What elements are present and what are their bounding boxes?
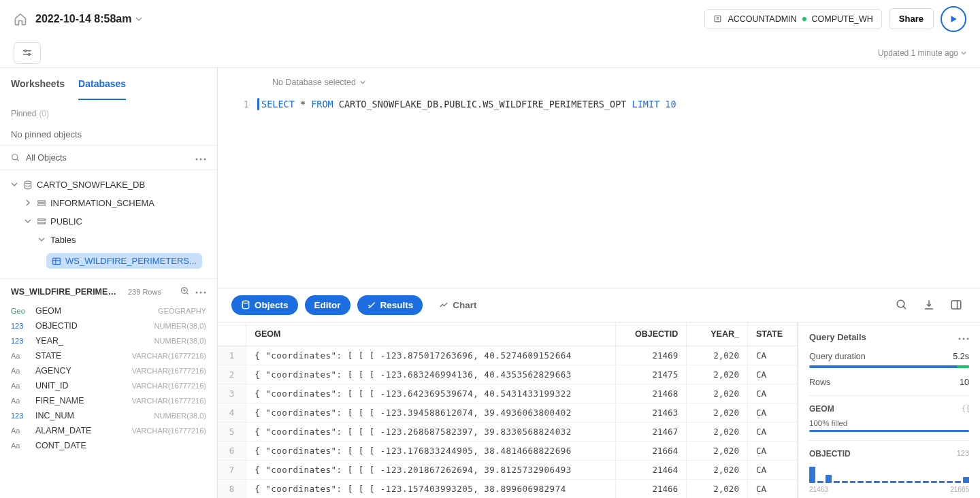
column-type-badge: Geo xyxy=(11,307,29,315)
table-row[interactable]: 3{ "coordinates": [ [ [ -123.64236953967… xyxy=(218,384,798,403)
share-button[interactable]: Share xyxy=(889,8,934,29)
svg-point-12 xyxy=(24,181,31,184)
column-name: FIRE_NAME xyxy=(35,396,125,405)
column-row[interactable]: AaUNIT_IDVARCHAR(16777216) xyxy=(11,378,206,393)
results-table[interactable]: GEOM OBJECTID YEAR_ STATE 1{ "coordinate… xyxy=(218,322,798,499)
svg-rect-15 xyxy=(38,218,46,220)
column-name: YEAR_ xyxy=(35,336,148,346)
chevron-down-icon xyxy=(11,180,19,190)
column-name: ALARM_DATE xyxy=(35,426,125,435)
tree-tables-group[interactable]: Tables xyxy=(0,231,217,249)
column-row[interactable]: 123YEAR_NUMBER(38,0) xyxy=(11,333,206,348)
more-icon[interactable] xyxy=(958,332,969,342)
tree-schema-information[interactable]: INFORMATION_SCHEMA xyxy=(0,194,217,212)
col-header-state[interactable]: STATE xyxy=(747,322,797,346)
column-name: STATE xyxy=(35,351,125,361)
database-selector[interactable]: No Database selected xyxy=(218,68,980,97)
svg-point-31 xyxy=(963,337,965,339)
svg-point-25 xyxy=(242,301,248,303)
column-dtype: VARCHAR(16777216) xyxy=(132,397,206,405)
column-type-badge: Aa xyxy=(11,367,29,375)
preview-icon[interactable] xyxy=(180,286,190,298)
role-label: ACCOUNTADMIN xyxy=(728,14,796,24)
col-header-geom[interactable]: GEOM xyxy=(246,322,616,346)
column-type-badge: Aa xyxy=(11,397,29,405)
run-button[interactable] xyxy=(941,6,966,32)
svg-point-9 xyxy=(196,159,198,161)
svg-line-8 xyxy=(17,159,19,161)
chevron-down-icon xyxy=(38,235,46,245)
col-header-year[interactable]: YEAR_ xyxy=(687,322,748,346)
rows-label: Rows xyxy=(809,378,830,387)
context-selector[interactable]: ACCOUNTADMIN COMPUTE_WH xyxy=(704,9,881,29)
svg-point-23 xyxy=(200,292,202,294)
stat-objectid-name: OBJECTID xyxy=(809,449,851,459)
stat-geom-type: { [ xyxy=(962,404,969,414)
panel-chart-button[interactable]: Chart xyxy=(429,295,486,315)
column-dtype: GEOGRAPHY xyxy=(158,307,206,315)
table-detail-name: WS_WILDFIRE_PERIMETERS_O... xyxy=(11,287,120,297)
column-dtype: VARCHAR(16777216) xyxy=(132,352,206,360)
updated-label[interactable]: Updated 1 minute ago xyxy=(878,48,966,58)
more-icon[interactable] xyxy=(195,152,206,163)
tree-database[interactable]: CARTO_SNOWFLAKE_DB xyxy=(0,176,217,194)
svg-rect-13 xyxy=(38,200,46,201)
svg-point-32 xyxy=(967,337,969,339)
tab-worksheets[interactable]: Worksheets xyxy=(11,69,65,100)
stat-geom-bar xyxy=(809,430,969,432)
chevron-down-icon xyxy=(360,80,365,85)
table-row[interactable]: 8{ "coordinates": [ [ [ -123.15740399320… xyxy=(218,479,798,498)
table-row[interactable]: 1{ "coordinates": [ [ [ -123.87501726369… xyxy=(218,346,798,365)
column-row[interactable]: 123OBJECTIDNUMBER(38,0) xyxy=(11,318,206,333)
table-row[interactable]: 5{ "coordinates": [ [ [ -123.26868758239… xyxy=(218,422,798,441)
col-header-objectid[interactable]: OBJECTID xyxy=(615,322,686,346)
tab-databases[interactable]: Databases xyxy=(78,69,126,100)
column-row[interactable]: AaFIRE_NAMEVARCHAR(16777216) xyxy=(11,393,206,408)
chevron-down-icon xyxy=(24,216,33,227)
column-name: GEOM xyxy=(35,306,151,316)
column-row[interactable]: AaALARM_DATEVARCHAR(16777216) xyxy=(11,423,206,438)
column-name: CONT_DATE xyxy=(35,441,199,450)
tree-table-selected[interactable]: WS_WILDFIRE_PERIMETERS... xyxy=(0,249,217,273)
search-results-icon[interactable] xyxy=(892,295,912,315)
column-row[interactable]: AaSTATEVARCHAR(16777216) xyxy=(11,348,206,363)
column-row[interactable]: AaCONT_DATE xyxy=(11,438,206,453)
home-icon[interactable] xyxy=(14,12,27,26)
svg-point-24 xyxy=(204,292,206,294)
stat-geom-fill: 100% filled xyxy=(809,419,969,427)
sql-editor[interactable]: 1 SELECT * FROM CARTO_SNOWFLAKE_DB.PUBLI… xyxy=(218,97,980,112)
svg-point-1 xyxy=(24,50,27,52)
panel-layout-icon[interactable] xyxy=(946,295,966,315)
column-dtype: NUMBER(38,0) xyxy=(154,337,206,345)
filter-button[interactable] xyxy=(14,42,41,64)
column-type-badge: 123 xyxy=(11,322,29,330)
hist-min: 21463 xyxy=(809,486,828,493)
line-number: 1 xyxy=(244,99,249,110)
worksheet-title[interactable]: 2022-10-14 8:58am xyxy=(35,13,142,25)
table-row[interactable]: 6{ "coordinates": [ [ [ -123.17683324490… xyxy=(218,441,798,460)
svg-point-4 xyxy=(28,53,30,55)
column-row[interactable]: GeoGEOMGEOGRAPHY xyxy=(11,303,206,318)
column-dtype: NUMBER(38,0) xyxy=(154,322,206,330)
panel-results-button[interactable]: Results xyxy=(357,295,423,315)
table-row[interactable]: 4{ "coordinates": [ [ [ -123.39458861207… xyxy=(218,403,798,422)
table-row[interactable]: 7{ "coordinates": [ [ [ -123.20186726269… xyxy=(218,460,798,479)
search-icon[interactable] xyxy=(11,153,20,163)
panel-editor-button[interactable]: Editor xyxy=(305,295,350,315)
stat-objectid-histogram xyxy=(809,464,969,483)
svg-rect-17 xyxy=(53,258,61,264)
column-row[interactable]: AaAGENCYVARCHAR(16777216) xyxy=(11,363,206,378)
svg-line-21 xyxy=(186,293,189,295)
table-row[interactable]: 2{ "coordinates": [ [ [ -123.68324699413… xyxy=(218,365,798,384)
more-icon[interactable] xyxy=(195,286,206,298)
table-detail-rows: 239 Rows xyxy=(128,288,161,296)
column-name: AGENCY xyxy=(35,366,125,376)
panel-objects-button[interactable]: Objects xyxy=(231,295,298,315)
pinned-label: Pinned xyxy=(11,109,36,118)
all-objects-label[interactable]: All Objects xyxy=(26,153,190,163)
pinned-count: (0) xyxy=(39,109,49,118)
download-icon[interactable] xyxy=(919,295,939,315)
role-icon xyxy=(713,14,722,23)
column-row[interactable]: 123INC_NUMNUMBER(38,0) xyxy=(11,408,206,423)
tree-schema-public[interactable]: PUBLIC xyxy=(0,212,217,231)
